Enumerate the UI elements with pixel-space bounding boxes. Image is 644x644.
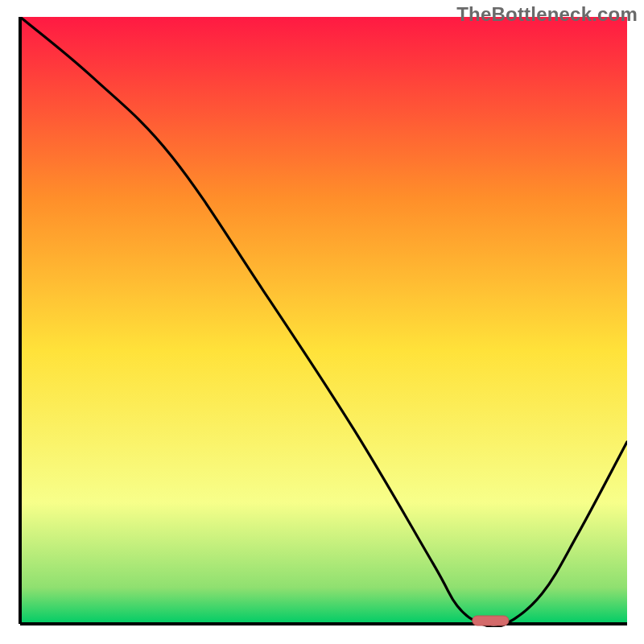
chart-container: TheBottleneck.com — [0, 0, 644, 644]
watermark-text: TheBottleneck.com — [456, 3, 638, 26]
chart-svg — [17, 17, 627, 627]
gradient-background — [20, 17, 627, 624]
plot-area — [17, 17, 627, 627]
optimum-marker — [473, 616, 509, 625]
